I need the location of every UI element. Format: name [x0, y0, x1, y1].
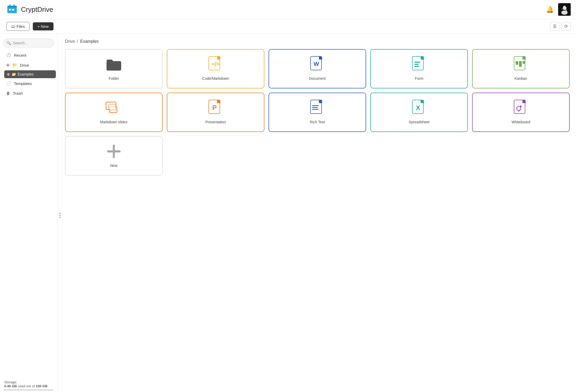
layout: 🔍 Search... 🕐 Recent ⊖ 📁 Drive ⊕ 📁 Examp…	[0, 34, 577, 392]
card-rich-text-label: Rich Text	[310, 120, 325, 124]
card-spreadsheet-label: Spreadsheet	[409, 120, 429, 124]
card-new-label: New	[110, 163, 117, 168]
history-button[interactable]: ⟳	[562, 22, 571, 31]
search-placeholder: Search...	[13, 41, 28, 45]
svg-rect-29	[109, 104, 116, 110]
card-code-markdown[interactable]: </> Code/Markdown	[167, 49, 264, 88]
drive-label: Drive	[20, 63, 29, 67]
card-spreadsheet[interactable]: X Spreadsheet	[370, 93, 468, 132]
card-document-label: Document	[309, 76, 326, 81]
list-view-button[interactable]: ☰	[550, 22, 559, 31]
trash-icon: 🗑	[6, 91, 10, 96]
templates-label: Templates	[14, 81, 32, 86]
svg-text:X: X	[416, 104, 420, 111]
card-whiteboard[interactable]: Whiteboard	[472, 93, 570, 132]
svg-point-5	[13, 4, 15, 6]
card-markdown-slides[interactable]: Markdown slides	[65, 93, 163, 132]
card-kanban-label: Kanban	[515, 76, 527, 81]
card-rich-text[interactable]: Rich Text	[269, 93, 366, 132]
svg-text:</>: </>	[212, 61, 220, 67]
drive-icon: 📁	[12, 63, 17, 67]
card-new[interactable]: New	[65, 136, 163, 176]
card-form-label: Form	[415, 76, 424, 81]
breadcrumb: Drive / Examples	[65, 39, 570, 44]
app-title: CryptDrive	[21, 6, 546, 14]
svg-rect-26	[522, 61, 525, 64]
presentation-icon: P	[206, 98, 225, 117]
storage-bar-bg	[4, 389, 53, 391]
svg-rect-24	[516, 61, 518, 65]
main-content: Drive / Examples Folder </>	[58, 34, 577, 392]
sidebar-item-trash[interactable]: 🗑 Trash	[2, 89, 55, 98]
whiteboard-icon	[511, 98, 530, 117]
svg-rect-20	[414, 64, 419, 65]
breadcrumb-root[interactable]: Drive	[65, 39, 75, 44]
sidebar-item-templates[interactable]: 📄 Templates	[2, 79, 55, 88]
folder-icon	[104, 55, 123, 74]
svg-rect-23	[522, 56, 526, 60]
bell-icon[interactable]: 🔔	[546, 6, 554, 13]
sidebar: 🔍 Search... 🕐 Recent ⊖ 📁 Drive ⊕ 📁 Examp…	[0, 34, 58, 392]
svg-text:P: P	[212, 104, 217, 112]
sidebar-item-recent[interactable]: 🕐 Recent	[2, 50, 55, 60]
svg-rect-1	[7, 6, 17, 7]
card-kanban[interactable]: Kanban	[472, 49, 570, 88]
examples-label: Examples	[18, 72, 34, 76]
files-button[interactable]: 🗂 Files	[6, 22, 30, 31]
avatar[interactable]	[558, 3, 571, 16]
drive-expand-icon: ⊖	[6, 63, 10, 67]
svg-rect-25	[519, 61, 522, 67]
card-presentation[interactable]: P Presentation	[167, 93, 264, 132]
storage-label: Storage:	[4, 380, 17, 384]
svg-rect-36	[312, 107, 318, 108]
svg-point-4	[9, 4, 11, 6]
svg-rect-2	[9, 9, 11, 10]
expand-icon: ⊕	[7, 72, 10, 76]
header: CryptDrive 🔔	[0, 0, 577, 19]
search-input[interactable]: 🔍 Search...	[3, 39, 54, 47]
kanban-icon	[511, 55, 530, 74]
card-code-label: Code/Markdown	[202, 76, 229, 81]
card-document[interactable]: W Document	[269, 49, 366, 88]
card-presentation-label: Presentation	[205, 120, 226, 124]
search-icon: 🔍	[7, 41, 11, 45]
recent-label: Recent	[14, 53, 26, 57]
card-folder[interactable]: Folder	[65, 49, 163, 88]
svg-rect-35	[312, 105, 319, 106]
recent-icon: 🕐	[6, 53, 11, 57]
breadcrumb-sep: /	[77, 39, 78, 44]
svg-rect-10	[106, 61, 121, 71]
svg-rect-12	[217, 56, 220, 60]
trash-label: Trash	[13, 91, 23, 96]
toolbar: 🗂 Files + New ☰ ⟳	[0, 19, 577, 34]
logo-icon	[6, 4, 18, 15]
form-icon	[410, 55, 429, 74]
sidebar-resize-handle[interactable]	[59, 213, 61, 218]
toolbar-right: ☰ ⟳	[550, 22, 571, 31]
svg-rect-18	[421, 56, 424, 60]
sidebar-item-drive[interactable]: ⊖ 📁 Drive	[2, 60, 55, 70]
card-whiteboard-label: Whiteboard	[511, 120, 530, 124]
svg-rect-34	[319, 100, 322, 103]
svg-rect-31	[217, 100, 220, 103]
rich-text-icon	[308, 98, 327, 117]
sidebar-tree: ⊕ 📁 Examples	[0, 70, 57, 78]
card-folder-label: Folder	[109, 76, 119, 81]
code-markdown-icon: </>	[206, 55, 225, 74]
svg-rect-15	[319, 56, 322, 60]
storage-info: Storage: 0.46 GB used out of 100 GB	[0, 377, 57, 392]
breadcrumb-current: Examples	[80, 39, 99, 44]
file-grid: Folder </> Code/Markdown	[65, 49, 570, 176]
card-form[interactable]: Form	[370, 49, 468, 88]
new-button[interactable]: + New	[33, 22, 54, 30]
storage-bar-fill	[4, 389, 4, 391]
svg-rect-19	[414, 62, 420, 63]
folder-icon: 📁	[12, 72, 16, 76]
files-icon: 🗂	[11, 24, 15, 29]
svg-rect-42	[522, 100, 526, 103]
markdown-slides-icon	[104, 98, 123, 117]
sidebar-item-examples[interactable]: ⊕ 📁 Examples	[4, 70, 56, 78]
svg-rect-39	[421, 100, 424, 103]
storage-used: 0.46 GB	[4, 384, 17, 388]
storage-text: used out of	[18, 384, 36, 388]
